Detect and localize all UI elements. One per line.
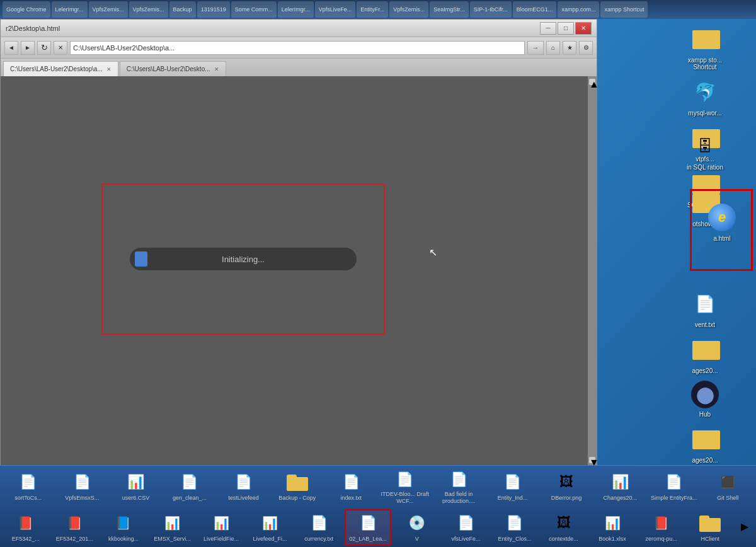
taskbar-currency[interactable]: 📄 currency.txt [295,509,342,546]
taskbar-vfslive[interactable]: 📄 vfsLiveFe... [443,509,490,546]
livefield-icon: 📊 [210,512,232,534]
progress-text: Initializing... [130,255,357,264]
desktop-icon-mysql-wor[interactable]: 🐬 mysql-wor... [664,74,746,119]
taskbar-item-14[interactable]: BloomECG1... [513,1,557,18]
desktop-icon-ages2[interactable]: ages20... [664,422,746,466]
close-button[interactable]: ✕ [575,22,592,35]
go-button[interactable]: → [527,41,544,55]
entity-clos-icon: 📄 [503,512,526,534]
taskbar-gen-clean[interactable]: 📄 gen_clean_... [164,468,215,505]
taskbar-user6csv[interactable]: 📊 user6.CSV [110,468,161,505]
taskbar-emsx-servi[interactable]: 📊 EMSX_Servi... [149,509,196,546]
simple-entity-icon: 📄 [663,471,685,493]
vfslive-icon: 📄 [454,512,477,534]
taskbar-sortTocs[interactable]: 📄 sortToCs... [3,468,54,505]
taskbar-item-10[interactable]: EntityFr... [357,1,388,18]
scroll-down-arrow[interactable]: ▼ [589,457,595,463]
taskbar-item-9[interactable]: VpfsLiveFe... [315,1,356,18]
taskbar-row2: 📕 EF5342_... 📕 EF5342_201... 📘 kkbooking… [0,507,756,547]
settings-button[interactable]: ⚙ [579,41,593,55]
desktop-icon-xampp-sto[interactable]: xampp sto... Shortcut [664,21,746,73]
zeromq-icon: 📕 [650,512,673,534]
desktop-right-icons-4: 📄 vent.txt ages20... ⬤ Hub ages20... [662,284,756,469]
bad-field-icon: 📄 [447,469,470,490]
back-button[interactable]: ◄ [4,41,18,55]
home-button[interactable]: ⌂ [546,41,560,55]
taskbar-item-15[interactable]: xampp.com... [558,1,599,18]
desktop-icon-ahtml[interactable]: e a.html [692,191,752,269]
taskbar-item-7[interactable]: Some Comm... [231,1,277,18]
mouse-cursor: ↖ [429,246,437,258]
taskbar-zeromq[interactable]: 📕 zeromq-pu... [638,509,685,546]
maximize-button[interactable]: □ [558,22,574,35]
favorites-button[interactable]: ★ [563,41,576,55]
taskbar-backup-copy[interactable]: Backup - Copy [272,468,323,505]
taskbar-item-chrome[interactable]: Google Chrome [3,1,50,18]
git-shell-icon: ⬛ [716,471,739,493]
v-icon: 💿 [406,512,428,534]
refresh-button[interactable]: ↻ [37,41,51,55]
browser-tab-1[interactable]: C:\Users\LAB-User2\Desktop\a... ✕ [3,61,118,76]
taskbar-dberror[interactable]: 🖼 DBerror.png [541,468,592,505]
taskbar-livefeed-fi[interactable]: 📊 Livefeed_Fi... [247,509,294,546]
taskbar-book1[interactable]: 📊 Book1.xlsx [589,509,636,546]
taskbar-item-11[interactable]: VpfsZemis... [389,1,428,18]
taskbar-entity-ind[interactable]: 📄 Entity_Ind... [487,468,538,505]
taskbar-bad-field[interactable]: 📄 Bad field in production.... [433,468,484,505]
browser-window: r2\Desktop\a.html ─ □ ✕ ◄ ► ↻ ✕ → ⌂ ★ ⚙ … [0,19,597,466]
taskbar-item-6[interactable]: 13191519 [197,1,230,18]
minimize-button[interactable]: ─ [540,22,556,35]
taskbar-item-12[interactable]: SeaImgStr... [430,1,469,18]
taskbar-item-2[interactable]: LelerImgr... [52,1,88,18]
taskbar-contextde[interactable]: 🖼 contextde... [541,509,587,546]
taskbar-item-13[interactable]: SIP-1-IbCifr... [470,1,512,18]
desktop-icon-vent[interactable]: 📄 vent.txt [664,286,746,331]
taskbar-item-16[interactable]: xampp Shortcut [600,1,648,18]
taskbar-indextxt[interactable]: 📄 index.txt [326,468,377,505]
taskbar-livefield[interactable]: 📊 LiveFieldFie... [198,509,244,546]
browser-scrollbar[interactable]: ▲ ▼ [588,76,597,466]
taskbar-ef5342-201[interactable]: 📕 EF5342_201... [52,509,98,546]
taskbar-top: Google Chrome LelerImgr... VpfsZemis... … [0,0,756,19]
backup-copy-icon [286,471,309,493]
progress-container: Initializing... [130,248,357,270]
taskbar-item-4[interactable]: VpfsZemis... [129,1,168,18]
book1-icon: 📊 [601,512,624,534]
taskbar-vpfsEmsxS[interactable]: 📄 VpfsEmsxS... [56,468,107,505]
taskbar-item-5[interactable]: Backup [169,1,196,18]
taskbar-testLivefeed[interactable]: 📄 testLivefeed [218,468,269,505]
browser-controls: ─ □ ✕ [540,22,592,35]
taskbar-item-8[interactable]: LelerImgr... [278,1,314,18]
browser-tab-2[interactable]: C:\Users\LAB-User2\Deskto... ✕ [120,61,226,76]
stop-button[interactable]: ✕ [54,41,67,55]
taskbar-ef5342[interactable]: 📕 EF5342_... [3,509,49,546]
taskbar-item-3[interactable]: VpfsZemis... [89,1,128,18]
dberror-icon: 🖼 [555,471,578,493]
scroll-up-arrow[interactable]: ▲ [589,79,595,85]
taskbar-simple-entity[interactable]: 📄 Simple EntityFra... [648,468,699,505]
taskbar-entity-clos[interactable]: 📄 Entity_Clos... [491,509,538,546]
highlighted-icon-container: e a.html [690,189,753,271]
taskbar-expand[interactable]: ▶ [736,509,753,546]
02-lab-icon: 📄 [357,512,379,534]
address-input[interactable] [70,41,525,55]
itdev-bloo-icon: 📄 [394,469,416,490]
taskbar-02-lab[interactable]: 📄 02_LAB_Lea... [345,509,391,546]
desktop-icon-ages1[interactable]: ages20... [664,332,746,377]
expand-icon: ▶ [733,515,756,538]
tab-close-1[interactable]: ✕ [106,66,112,72]
contextde-icon: 🖼 [553,512,575,534]
taskbar-v[interactable]: 💿 V [394,509,440,546]
desktop-icon-insql[interactable]: 🗄 in SQL ration [664,129,746,173]
forward-button[interactable]: ► [21,41,35,55]
browser-title: r2\Desktop\a.html [6,25,540,32]
taskbar-git-shell[interactable]: ⬛ Git Shell [702,468,753,505]
taskbar-changes20[interactable]: 📊 Changes20... [595,468,646,505]
hclient-icon [699,512,721,534]
taskbar-kkbooking[interactable]: 📘 kkbooking... [100,509,147,546]
changes20-icon: 📊 [609,471,631,493]
tab-close-2[interactable]: ✕ [214,66,219,72]
taskbar-hclient[interactable]: HClient [687,509,733,546]
desktop-icon-hub[interactable]: ⬤ Hub [664,378,746,420]
taskbar-itdev-bloo[interactable]: 📄 ITDEV-Bloo... Draft WCF... [379,468,430,505]
